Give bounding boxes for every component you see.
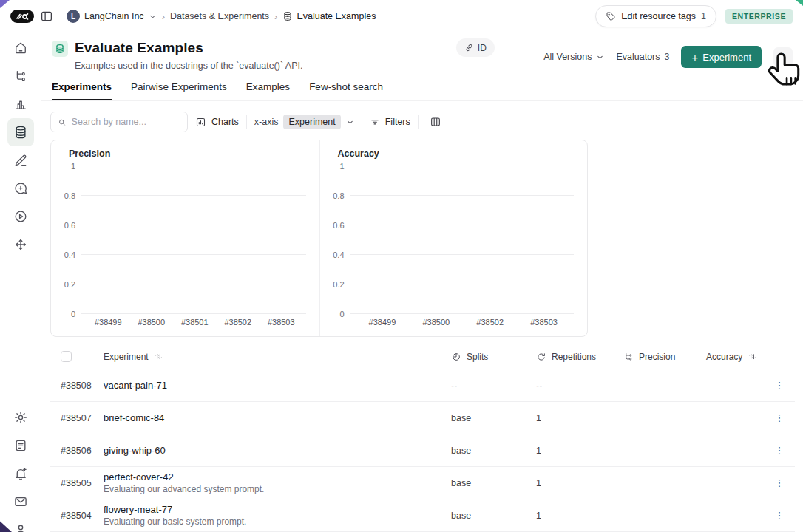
main-content: Evaluate Examples ID Examples used in th… [41,33,803,532]
column-header-splits[interactable]: Splits [451,352,536,362]
versions-dropdown[interactable]: All Versions [543,52,604,62]
chart-title: Precision [69,149,309,159]
search-input[interactable] [72,117,180,127]
repeat-icon [536,352,546,362]
org-avatar: L [67,10,80,23]
precision-chart: Precision 00.20.40.60.81 #38499#38500#38… [51,140,319,336]
sidebar-item-docs[interactable] [7,432,34,460]
x-tick-label: #38503 [260,318,303,327]
tab-examples[interactable]: Examples [246,81,290,100]
charts-toggle-button[interactable]: Charts [195,117,239,128]
column-header-repetitions[interactable]: Repetitions [536,352,623,362]
sidebar-item-tracing[interactable] [7,62,34,90]
row-kebab-menu-button[interactable]: ⋮ [770,474,789,493]
table-row[interactable]: #38508vacant-pain-71----⋮ [50,369,795,402]
experiment-name-cell: giving-whip-60 [104,445,451,456]
y-tick-label: 0 [71,310,75,318]
pencil-icon [13,153,28,168]
x-tick-label: #38503 [517,318,571,327]
column-header-experiment[interactable]: Experiment [104,352,451,362]
table-row[interactable]: #38505perfect-cover-42Evaluating our adv… [50,467,795,499]
experiment-description: Evaluating our advanced system prompt. [104,484,451,494]
table-row[interactable]: #38507brief-comic-84base1⋮ [50,402,795,434]
play-circle-icon [13,209,28,224]
experiment-name: brief-comic-84 [104,412,451,423]
sidebar-item-settings[interactable] [7,403,34,432]
x-tick-label: #38500 [130,318,174,327]
experiment-id: #38506 [61,446,104,456]
x-axis-selector[interactable]: x-axis Experiment [254,115,354,129]
breadcrumb: L LangChain Inc › Datasets & Experiments… [67,10,376,23]
sort-icon [748,352,757,361]
langsmith-logo-icon[interactable] [10,10,34,23]
row-kebab-menu-button[interactable]: ⋮ [770,376,789,395]
y-tick-label: 0.6 [333,221,344,230]
toolbar-divider [246,115,247,129]
y-tick-label: 0.4 [333,250,344,259]
copy-id-button[interactable]: ID [456,38,495,57]
x-tick-label: #38501 [173,318,217,327]
sidebar-item-notifications[interactable] [7,460,34,488]
sidebar-item-deployments[interactable] [7,231,34,259]
sidebar-item-home[interactable] [7,34,34,62]
column-header-precision[interactable]: Precision [623,352,706,362]
repetitions-value: 1 [536,478,623,488]
sidebar-item-mail[interactable] [7,488,34,516]
x-axis-value-chip: Experiment [283,115,340,129]
table-row[interactable]: #38504flowery-meat-77Evaluating our basi… [50,499,795,532]
columns-icon [430,116,441,128]
header-kebab-menu-button[interactable]: ⋮ [773,47,793,66]
dataset-description: Examples used in the docstrings of the `… [75,61,495,71]
y-tick-label: 1 [339,162,344,171]
sidebar-item-prompts[interactable] [7,174,34,202]
columns-settings-button[interactable] [426,112,445,132]
sidebar-toggle-icon[interactable] [40,10,53,23]
row-kebab-menu-button[interactable]: ⋮ [770,441,789,460]
y-tick-label: 0.4 [64,250,75,259]
breadcrumb-section[interactable]: Datasets & Experiments [170,11,269,21]
edit-resource-tags-button[interactable]: Edit resource tags 1 [595,5,716,27]
experiment-name-cell: perfect-cover-42Evaluating our advanced … [104,471,451,494]
sidebar-item-account[interactable] [7,516,34,532]
experiment-name: flowery-meat-77 [104,504,451,515]
sidebar-item-datasets[interactable] [7,118,34,146]
sidebar-item-annotation[interactable] [7,146,34,174]
chevron-down-icon [346,118,354,126]
top-bar: L LangChain Inc › Datasets & Experiments… [0,0,803,33]
select-all-checkbox[interactable] [61,351,72,362]
filters-button[interactable]: Filters [370,117,410,127]
breadcrumb-page[interactable]: Evaluate Examples [282,11,376,21]
new-experiment-button[interactable]: + Experiment [681,46,762,68]
pie-chart-icon [451,352,461,362]
y-tick-label: 0.2 [333,280,344,289]
sidebar-item-monitoring[interactable] [7,90,34,118]
table-row[interactable]: #38506giving-whip-60base1⋮ [50,434,795,467]
x-tick-label: #38502 [463,318,517,327]
experiment-id: #38508 [61,381,104,391]
breadcrumb-org[interactable]: L LangChain Inc [67,10,157,23]
dataset-header: Evaluate Examples ID Examples used in th… [41,33,803,71]
x-axis-label: x-axis [254,117,279,127]
tab-experiments[interactable]: Experiments [52,81,112,100]
chart-icon [195,117,206,128]
message-plus-icon [13,181,28,196]
experiments-table: Experiment Splits Repetitions Precision … [50,344,795,532]
evaluators-button[interactable]: Evaluators 3 [616,52,669,62]
page-title: Evaluate Examples [75,40,203,56]
row-kebab-menu-button[interactable]: ⋮ [770,506,789,525]
tab-few-shot-search[interactable]: Few-shot search [309,81,383,100]
experiments-toolbar: Charts x-axis Experiment Filters [50,112,795,132]
tab-pairwise-experiments[interactable]: Pairwise Experiments [131,81,227,100]
experiment-id: #38504 [61,511,104,521]
tab-bar: Experiments Pairwise Experiments Example… [41,71,803,101]
column-header-accuracy[interactable]: Accuracy [706,352,764,362]
langsmith-app: L LangChain Inc › Datasets & Experiments… [0,0,803,532]
tag-icon [606,11,616,21]
sidebar-item-playground[interactable] [7,202,34,231]
search-box[interactable] [50,112,188,132]
y-tick-label: 0.2 [64,280,75,289]
repetitions-value: 1 [536,446,623,456]
gear-icon [13,410,28,425]
row-kebab-menu-button[interactable]: ⋮ [770,409,789,428]
y-axis: 00.20.40.60.81 [58,166,81,314]
